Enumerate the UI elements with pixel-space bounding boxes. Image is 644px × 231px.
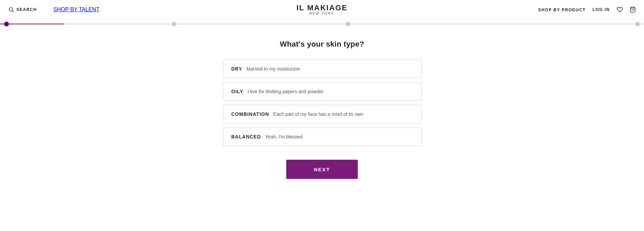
progress-step-3: 2 [345,22,350,26]
login-link[interactable]: LOG IN [593,7,610,12]
option-type-dry: DRY [231,66,242,72]
option-type-oily: OILY [231,89,243,94]
option-card-dry[interactable]: DRYMarried to my moisturizer [223,60,421,78]
progress-fill [0,24,64,24]
option-desc-balanced: Yeah, I'm blessed [265,134,303,139]
brand-sub: NEW YORK [296,12,348,15]
svg-point-0 [9,8,13,11]
progress-step-1 [4,22,9,26]
option-desc-oily: I live for blotting papers and powder [248,89,324,94]
header-right: SHOP BY PRODUCT LOG IN [538,7,636,13]
cart-icon[interactable] [630,7,636,13]
option-type-combination: COMBINATION [231,111,269,117]
option-desc-dry: Married to my moisturizer [247,66,301,72]
shop-by-product-link[interactable]: SHOP BY PRODUCT [538,8,586,12]
nav-right: SHOP BY PRODUCT [538,7,586,13]
option-card-balanced[interactable]: BALANCEDYeah, I'm blessed [223,127,421,146]
header-left: SEARCH SHOP BY TALENT [8,7,100,13]
shop-by-talent-link[interactable]: SHOP BY TALENT [53,7,100,12]
search-button[interactable]: SEARCH [8,7,37,13]
option-card-combination[interactable]: COMBINATIONEach part of my face has a mi… [223,105,421,123]
search-icon [8,7,14,13]
brand-logo[interactable]: IL MAKIAGE NEW YORK [296,4,348,15]
options-container: DRYMarried to my moisturizerOILYI live f… [223,60,421,146]
progress-bar: 1 2 3 [0,19,644,29]
main-content: What's your skin type? DRYMarried to my … [0,29,644,193]
svg-line-1 [12,11,14,12]
header: SEARCH SHOP BY TALENT IL MAKIAGE NEW YOR… [0,0,644,19]
favorites-icon[interactable] [617,7,623,13]
option-card-oily[interactable]: OILYI live for blotting papers and powde… [223,82,421,101]
option-type-balanced: BALANCED [231,134,261,139]
progress-step-4: 3 [635,22,640,26]
page-title: What's your skin type? [280,40,364,49]
brand-name: IL MAKIAGE [296,4,348,12]
option-desc-combination: Each part of my face has a mind of its o… [273,111,364,117]
next-button[interactable]: Next [286,160,357,179]
progress-step-2: 1 [172,22,176,26]
nav-left: SHOP BY TALENT [53,7,100,13]
search-label: SEARCH [16,7,37,12]
